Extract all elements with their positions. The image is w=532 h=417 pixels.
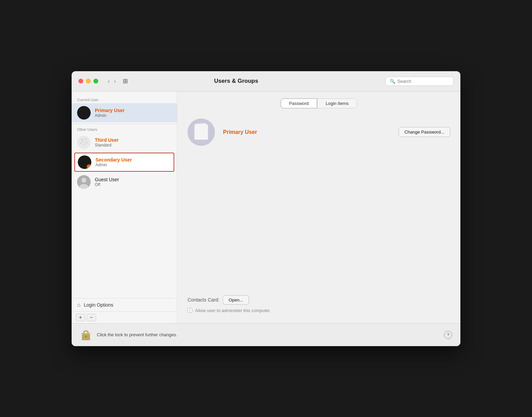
close-button[interactable] <box>78 79 83 83</box>
svg-point-1 <box>82 139 83 140</box>
badge-check: ✓ <box>87 164 91 169</box>
detail-bottom: Contacts Card: Open... ✓ Allow user to a… <box>188 295 450 316</box>
tab-bar: Password Login Items <box>188 98 450 108</box>
svg-point-2 <box>85 138 86 140</box>
sidebar: Current User Primary User Admin Other Us… <box>72 92 177 323</box>
user-name: Third User <box>95 137 172 143</box>
user-name: Guest User <box>95 177 172 182</box>
svg-rect-17 <box>82 333 90 334</box>
svg-rect-16 <box>86 337 86 338</box>
svg-rect-13 <box>195 124 207 140</box>
minimize-button[interactable] <box>86 79 91 83</box>
svg-point-5 <box>80 142 82 144</box>
svg-point-8 <box>82 178 86 183</box>
user-info: Guest User Off <box>95 177 172 187</box>
change-password-button[interactable]: Change Password... <box>399 127 450 137</box>
window-controls <box>78 79 98 83</box>
user-info: Third User Standard <box>95 137 172 148</box>
tab-login-items[interactable]: Login Items <box>317 98 357 108</box>
user-role: Standard <box>95 143 172 148</box>
contacts-card-row: Contacts Card: Open... <box>188 295 450 305</box>
svg-rect-18 <box>82 339 90 340</box>
grid-icon[interactable]: ⊞ <box>123 77 128 85</box>
forward-button[interactable]: › <box>113 78 117 85</box>
search-box: 🔍 <box>385 77 454 86</box>
guest-avatar-icon <box>77 175 91 189</box>
nav-arrows: ‹ › <box>106 78 117 85</box>
user-role: Admin <box>95 163 171 167</box>
detail-pane: Password Login Items Primary User Change… <box>177 92 460 323</box>
login-options-button[interactable]: ⌂ Login Options <box>72 298 177 311</box>
sidebar-footer: ⌂ Login Options + − <box>72 298 177 323</box>
detail-user-name: Primary User <box>223 129 257 135</box>
help-button[interactable]: ? <box>444 331 452 339</box>
avatar <box>77 136 91 149</box>
user-detail-header: Primary User Change Password... <box>188 119 450 146</box>
open-button[interactable]: Open... <box>223 295 249 305</box>
divider <box>72 124 177 124</box>
back-button[interactable]: ‹ <box>106 78 111 85</box>
sidebar-item-third-user[interactable]: Third User Standard <box>72 133 177 152</box>
other-users-label: Other Users <box>72 125 177 133</box>
avatar: ✓ <box>78 155 91 169</box>
lock-button[interactable] <box>80 328 92 342</box>
detail-content <box>188 153 450 295</box>
bottom-bar: Click the lock to prevent further change… <box>72 323 460 346</box>
sidebar-item-guest-user[interactable]: Guest User Off <box>72 172 177 191</box>
avatar <box>77 175 91 189</box>
main-window: ‹ › ⊞ Users & Groups 🔍 Current User Prim… <box>72 71 460 346</box>
page-title: Users & Groups <box>133 78 339 84</box>
add-user-button[interactable]: + <box>76 314 85 321</box>
admin-checkbox-row: ✓ Allow user to administer this computer <box>188 308 450 313</box>
tab-password[interactable]: Password <box>281 98 317 108</box>
titlebar: ‹ › ⊞ Users & Groups 🔍 <box>72 71 460 92</box>
user-name: Primary User <box>95 108 172 113</box>
avatar <box>77 106 91 120</box>
svg-point-3 <box>86 141 87 143</box>
svg-point-0 <box>77 136 91 149</box>
admin-checkbox-label: Allow user to administer this computer <box>195 308 270 313</box>
admin-checkbox[interactable]: ✓ <box>188 308 192 313</box>
maximize-button[interactable] <box>93 79 98 83</box>
sidebar-item-secondary-user[interactable]: ✓ Secondary User Admin <box>74 153 174 172</box>
large-avatar <box>188 119 215 146</box>
search-input[interactable] <box>397 79 449 84</box>
user-info: Secondary User Admin <box>95 157 171 167</box>
contacts-card-label: Contacts Card: <box>188 297 219 303</box>
sidebar-spacer <box>72 191 177 298</box>
current-user-label: Current User <box>72 96 177 103</box>
lock-text: Click the lock to prevent further change… <box>97 332 177 337</box>
remove-user-button[interactable]: − <box>87 314 96 321</box>
search-icon: 🔍 <box>390 79 395 84</box>
sidebar-actions: + − <box>72 311 177 323</box>
svg-point-6 <box>83 141 84 142</box>
home-icon: ⌂ <box>77 302 80 308</box>
sidebar-item-primary-user[interactable]: Primary User Admin <box>72 103 177 122</box>
user-info: Primary User Admin <box>95 108 172 118</box>
user-role: Off <box>95 182 172 187</box>
user-name: Secondary User <box>95 157 171 163</box>
user-role: Admin <box>95 113 172 118</box>
main-content: Current User Primary User Admin Other Us… <box>72 92 460 323</box>
svg-point-4 <box>84 144 85 145</box>
login-options-label: Login Options <box>84 302 113 308</box>
